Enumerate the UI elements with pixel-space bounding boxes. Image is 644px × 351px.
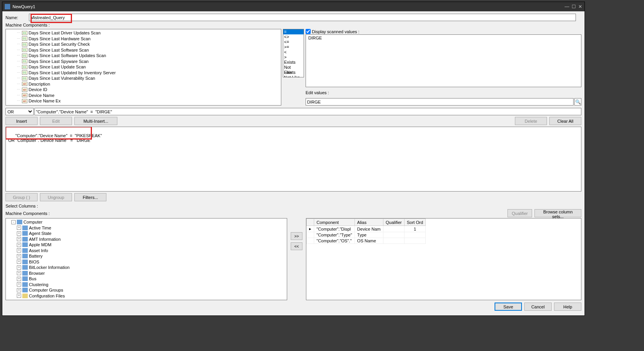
operator-item[interactable]: > — [283, 55, 304, 60]
expand-icon[interactable]: + — [17, 265, 21, 270]
edit-button[interactable]: Edit — [40, 117, 72, 125]
column-tree[interactable]: -Computer+Active Time+Agent State+AMT In… — [5, 218, 287, 300]
save-button[interactable]: Save — [495, 303, 522, 311]
expand-icon[interactable]: + — [17, 231, 21, 236]
filters-button[interactable]: Filters... — [74, 193, 106, 201]
node-icon — [22, 265, 28, 270]
tree-item[interactable]: ⋯abDescription — [6, 81, 281, 87]
display-scanned-checkbox[interactable]: Display scanned values : — [306, 29, 581, 34]
columns-grid[interactable]: ComponentAliasQualifierSort Ord▸"Compute… — [306, 218, 581, 300]
node-icon — [22, 288, 28, 292]
scanned-values-box[interactable]: DIRGE — [306, 34, 581, 87]
search-icon[interactable]: 🔍 — [574, 98, 581, 106]
grid-header[interactable]: Qualifier — [383, 219, 404, 226]
expand-icon[interactable]: - — [11, 220, 16, 224]
expand-icon[interactable]: + — [17, 248, 21, 253]
grid-header[interactable]: Component — [314, 219, 355, 226]
grid-row[interactable]: ▸"Computer"."DisplDevice Nam1 — [307, 226, 426, 232]
clear-all-button[interactable]: Clear All — [549, 117, 581, 125]
column-tree-item[interactable]: +Battery — [7, 253, 285, 259]
column-tree-item[interactable]: +Browser — [7, 270, 285, 276]
tree-item[interactable]: ⋯abDevice ID — [6, 87, 281, 93]
tree-item[interactable]: ⋯01Days Since Last Spyware Scan — [6, 59, 281, 64]
display-scanned-check[interactable] — [306, 29, 311, 34]
ungroup-button[interactable]: Ungroup — [40, 193, 72, 201]
tree-item[interactable]: ⋯01Days Since Last Software Scan — [6, 47, 281, 53]
expand-icon[interactable]: + — [17, 237, 21, 241]
expand-icon[interactable]: + — [17, 277, 21, 281]
close-icon[interactable]: ✕ — [578, 4, 582, 9]
tree-item[interactable]: ⋯01Days Since Last Updated by Inventory … — [6, 70, 281, 76]
delete-button[interactable]: Delete — [515, 117, 547, 125]
tree-item[interactable]: ⋯01Days Since Last Vulnerability Scan — [6, 75, 281, 81]
node-icon — [22, 260, 28, 264]
column-tree-item[interactable]: -Computer — [7, 219, 285, 225]
operator-item[interactable]: >= — [283, 45, 304, 50]
column-tree-item[interactable]: +Bus — [7, 276, 285, 282]
expand-icon[interactable]: + — [17, 294, 21, 298]
tree-item[interactable]: ⋯abDevice Name Ex — [6, 98, 281, 104]
tree-item-label: Days Since Last Software Scan — [29, 48, 89, 52]
column-tree-item[interactable]: +Apple MDM — [7, 242, 285, 248]
column-tree-item[interactable]: +Active Time — [7, 225, 285, 231]
bool-select[interactable]: OR — [5, 108, 34, 115]
node-label: Configuration Files — [29, 294, 65, 298]
grid-row[interactable]: "Computer"."Type"Type — [307, 232, 426, 238]
edit-value-input[interactable] — [306, 98, 574, 106]
operator-item[interactable]: <= — [283, 39, 304, 45]
operator-item[interactable]: Not Like — [283, 75, 304, 77]
scanned-value[interactable]: DIRGE — [308, 36, 579, 40]
column-tree-item[interactable]: +BIOS — [7, 259, 285, 265]
tree-item-label: Days Since Last Vulnerability Scan — [29, 76, 95, 81]
tree-item[interactable]: ⋯01Days Since Last Driver Updates Scan — [6, 30, 281, 36]
insert-button[interactable]: Insert — [5, 117, 38, 125]
column-tree-item[interactable]: +Agent State — [7, 231, 285, 236]
column-tree-item[interactable]: +Configuration Files — [7, 293, 285, 299]
expand-icon[interactable]: + — [17, 260, 21, 264]
condition-input[interactable] — [34, 108, 581, 115]
expand-icon[interactable]: + — [17, 226, 21, 230]
expand-icon[interactable]: + — [17, 254, 21, 258]
expand-icon[interactable]: + — [17, 288, 21, 292]
query-text-box[interactable]: "Computer"."Device Name" = "PIKESPEAK" O… — [5, 127, 581, 192]
component-tree[interactable]: ⋯01Days Since Last Driver Updates Scan⋯0… — [5, 29, 281, 106]
browse-column-sets-button[interactable]: Browse column sets... — [534, 209, 581, 217]
qualifier-button[interactable]: Qualifier — [507, 209, 532, 217]
operator-item[interactable]: <> — [283, 34, 304, 39]
operator-list[interactable]: =<><=>=<>ExistsNot ExistsLikeNot Like — [283, 29, 304, 77]
operator-item[interactable]: Not Exists — [283, 65, 304, 70]
node-icon — [22, 282, 28, 287]
multi-insert-button[interactable]: Multi-Insert... — [74, 117, 117, 125]
column-tree-item[interactable]: +Clustering — [7, 282, 285, 288]
field-icon: 01 — [22, 70, 27, 75]
operator-item[interactable]: < — [283, 50, 304, 55]
tree-item[interactable]: ⋯01Days Since Last Security Check — [6, 41, 281, 47]
operator-item[interactable]: Exists — [283, 60, 304, 65]
tree-item[interactable]: ⋯01Days Since Last Software Updates Scan — [6, 53, 281, 59]
column-tree-item[interactable]: +Asset Info — [7, 248, 285, 254]
tree-item[interactable]: ⋯01Days Since Last Update Scan — [6, 64, 281, 70]
mc-label-1: Machine Components : — [5, 22, 581, 28]
name-input[interactable] — [29, 14, 576, 21]
cancel-button[interactable]: Cancel — [524, 303, 552, 311]
column-tree-item[interactable]: +AMT Information — [7, 236, 285, 242]
operator-item[interactable]: = — [283, 29, 304, 34]
field-icon: 01 — [22, 31, 27, 35]
column-tree-item[interactable]: +Computer Groups — [7, 287, 285, 293]
expand-icon[interactable]: + — [17, 271, 21, 275]
tree-item[interactable]: ⋯01Days Since Last Hardware Scan — [6, 36, 281, 42]
grid-header[interactable]: Sort Ord — [404, 219, 426, 226]
group-button[interactable]: Group ( ) — [5, 193, 38, 201]
expand-icon[interactable]: + — [17, 282, 21, 287]
grid-header[interactable] — [307, 219, 314, 226]
remove-column-button[interactable]: << — [291, 242, 302, 250]
tree-item[interactable]: ⋯abDevice Name — [6, 93, 281, 98]
grid-row[interactable]: "Computer"."OS"."OS Name — [307, 238, 426, 244]
column-tree-item[interactable]: +BitLocker Information — [7, 265, 285, 270]
expand-icon[interactable]: + — [17, 243, 21, 247]
maximize-icon[interactable]: ☐ — [572, 4, 576, 9]
add-column-button[interactable]: >> — [291, 232, 302, 240]
minimize-icon[interactable]: — — [565, 4, 569, 9]
grid-header[interactable]: Alias — [354, 219, 383, 226]
help-button[interactable]: Help — [554, 303, 581, 311]
